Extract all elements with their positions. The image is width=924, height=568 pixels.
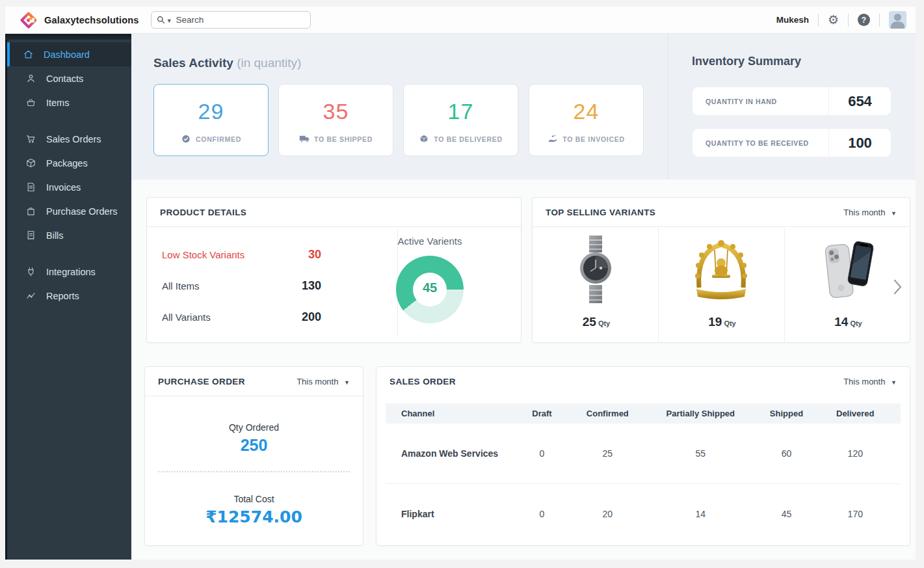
top-selling-title: TOP SELLING VARIANTS — [546, 208, 655, 217]
total-cost-block: Total Cost ₹12574.00 — [145, 494, 363, 526]
partially-shipped-value: 14 — [644, 509, 756, 519]
sidebar-item-bills[interactable]: Bills — [7, 223, 131, 247]
sales-order-table-header: Channel Draft Confirmed Partially Shippe… — [386, 403, 901, 424]
chevron-down-icon: ▼ — [891, 379, 897, 386]
sidebar-item-invoices[interactable]: Invoices — [7, 175, 131, 199]
to-be-shipped-card[interactable]: 35 TO BE SHIPPED — [278, 84, 393, 156]
truck-icon — [299, 135, 310, 143]
to-be-shipped-count: 35 — [279, 99, 393, 124]
watch-product-image — [575, 234, 616, 304]
period-label: This month — [843, 208, 885, 217]
row-label: All Items — [162, 280, 200, 291]
quantity-to-be-received-value: 100 — [828, 129, 891, 157]
low-stock-value: 30 — [308, 248, 321, 262]
sidebar-item-integrations[interactable]: Integrations — [7, 260, 131, 284]
draft-value: 0 — [513, 448, 570, 459]
sidebar-item-label: Bills — [46, 230, 64, 241]
user-name[interactable]: Mukesh — [776, 15, 809, 25]
active-variants-donut: Active Varients 45 — [365, 236, 495, 323]
sidebar-item-sales-orders[interactable]: Sales Orders — [7, 127, 131, 151]
bag-icon — [25, 206, 36, 217]
summary-section: Sales Activity (in quantity) 29 CONFIRME… — [131, 34, 916, 180]
qty-ordered-value: 250 — [145, 436, 363, 455]
quantity-to-be-received-row: QUANTITY TO BE RECEIVED 100 — [692, 128, 891, 157]
all-items-row[interactable]: All Items 130 — [162, 270, 321, 301]
channel-name: Amazon Web Services — [392, 448, 513, 459]
variant-item-watch[interactable]: 25Qty — [533, 228, 658, 343]
sidebar-item-packages[interactable]: Packages — [7, 151, 131, 175]
variant-item-ornament[interactable]: 19Qty — [658, 228, 784, 343]
inventory-row-label: QUANTITY TO BE RECEIVED — [693, 139, 828, 147]
product-details-title: PRODUCT DETAILS — [160, 208, 246, 217]
card-label: CONFIRMED — [196, 135, 241, 143]
channel-name: Flipkart — [392, 509, 513, 519]
column-draft: Draft — [513, 409, 570, 418]
all-items-value: 130 — [302, 279, 321, 293]
global-search[interactable]: ▼ — [151, 11, 311, 29]
draft-value: 0 — [513, 509, 570, 519]
card-label: TO BE INVOICED — [562, 135, 624, 143]
low-stock-variants-row[interactable]: Low Stock Variants 30 — [162, 239, 321, 270]
product-details-card: PRODUCT DETAILS Low Stock Variants 30 Al… — [146, 197, 521, 343]
to-be-delivered-card[interactable]: 17 TO BE DELIVERED — [403, 84, 518, 156]
quantity-in-hand-value: 654 — [828, 87, 891, 115]
gold-ornament-product-image — [690, 237, 752, 304]
table-row-flipkart[interactable]: Flipkart 0 20 14 45 170 — [386, 483, 901, 543]
sidebar-item-purchase-orders[interactable]: Purchase Orders — [7, 199, 131, 223]
sidebar-item-label: Purchase Orders — [46, 206, 118, 217]
sidebar-item-label: Items — [46, 98, 69, 108]
cart-icon — [25, 133, 36, 144]
search-input[interactable] — [176, 15, 305, 25]
app-frame: Galaxytechsolutions ▼ Mukesh ⚙ ? Dashboa… — [0, 0, 924, 568]
purchase-order-title: PURCHASE ORDER — [158, 377, 245, 386]
section-title: Sales Activity — [153, 56, 233, 70]
shipped-value: 60 — [756, 448, 816, 459]
column-partially-shipped: Partially Shipped — [644, 409, 756, 418]
search-scope-caret-icon[interactable]: ▼ — [166, 18, 172, 24]
basket-icon — [25, 97, 36, 108]
brand-name: Galaxytechsolutions — [44, 15, 139, 25]
search-icon — [157, 16, 165, 24]
divider — [818, 14, 819, 27]
user-avatar[interactable] — [889, 11, 906, 29]
inventory-row-label: QUANTITY IN HAND — [693, 98, 828, 105]
all-variants-row[interactable]: All Variants 200 — [162, 301, 321, 332]
sidebar-item-label: Packages — [46, 158, 88, 169]
sales-order-period-dropdown[interactable]: This month ▼ — [843, 377, 897, 386]
sidebar-item-contacts[interactable]: Contacts — [7, 66, 131, 90]
top-selling-period-dropdown[interactable]: This month ▼ — [843, 208, 897, 217]
section-subtitle: (in quantity) — [237, 56, 301, 70]
sidebar-item-label: Integrations — [46, 267, 96, 277]
sales-order-title: SALES ORDER — [389, 377, 456, 386]
donut-chart: 45 — [396, 256, 464, 323]
carousel-next-button[interactable] — [890, 278, 904, 295]
variant-qty: 19 — [708, 315, 722, 329]
help-icon[interactable]: ? — [858, 14, 870, 26]
card-label: TO BE SHIPPED — [314, 135, 373, 143]
topbar-actions: Mukesh ⚙ ? — [776, 11, 906, 29]
confirmed-value: 20 — [571, 509, 645, 519]
confirmed-count: 29 — [154, 99, 268, 124]
receipt-icon — [25, 230, 36, 241]
donut-value: 45 — [396, 280, 464, 295]
to-be-invoiced-card[interactable]: 24 TO BE INVOICED — [529, 84, 644, 156]
to-be-delivered-count: 17 — [404, 99, 518, 124]
sidebar-item-label: Dashboard — [44, 49, 90, 60]
purchase-order-period-dropdown[interactable]: This month ▼ — [297, 377, 350, 386]
divider — [848, 14, 849, 27]
check-circle-icon — [181, 135, 191, 143]
sales-activity-section: Sales Activity (in quantity) 29 CONFIRME… — [131, 34, 668, 180]
settings-gear-icon[interactable]: ⚙ — [828, 14, 839, 26]
sidebar-item-reports[interactable]: Reports — [7, 284, 131, 308]
sidebar-item-items[interactable]: Items — [7, 90, 131, 115]
table-row-amazon[interactable]: Amazon Web Services 0 25 55 60 120 — [386, 424, 901, 483]
sidebar-item-dashboard[interactable]: Dashboard — [7, 42, 131, 66]
confirmed-card[interactable]: 29 CONFIRMED — [153, 84, 269, 156]
quantity-in-hand-row: QUANTITY IN HAND 654 — [692, 87, 891, 116]
sidebar-item-label: Contacts — [46, 74, 83, 84]
shipped-value: 45 — [756, 509, 816, 519]
invoice-icon — [25, 182, 36, 193]
dotted-divider — [158, 471, 350, 472]
home-icon — [23, 49, 34, 60]
sidebar-item-label: Invoices — [46, 182, 81, 193]
